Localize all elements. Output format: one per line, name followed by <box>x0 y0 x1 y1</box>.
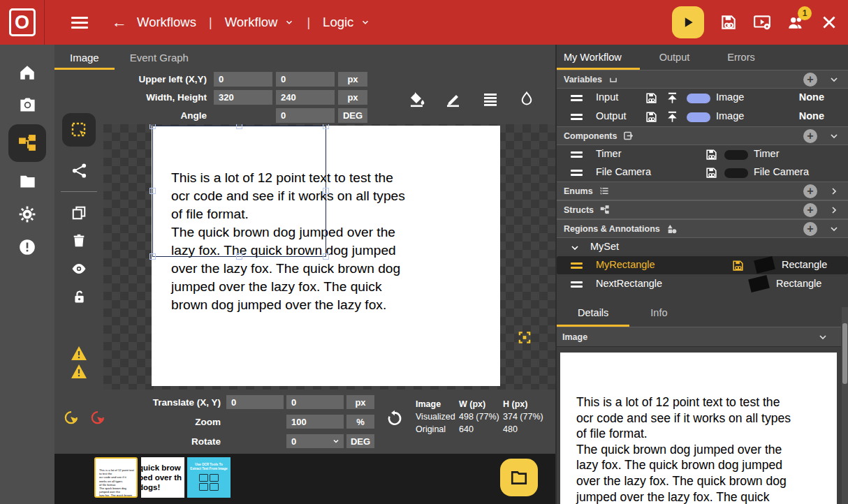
display-settings-button[interactable] <box>753 13 771 31</box>
save-link-icon[interactable] <box>705 148 718 161</box>
save-link-icon[interactable] <box>731 259 745 272</box>
run-button[interactable] <box>672 6 704 38</box>
thumbnail-1[interactable]: This is a lot of 12 point text to test t… <box>94 457 138 498</box>
section-enums[interactable]: Enums + <box>557 181 848 200</box>
delete-tool[interactable] <box>63 227 95 255</box>
snap-click-tool click-icon[interactable] <box>63 409 80 426</box>
fit-view-icon[interactable] <box>518 331 532 344</box>
sidebar-item-settings[interactable] <box>8 198 46 230</box>
chevron-down-icon[interactable] <box>828 74 840 85</box>
visibility-tool[interactable] <box>63 255 95 283</box>
chevron-right-icon[interactable] <box>828 186 840 197</box>
drag-handle-icon[interactable] <box>571 262 583 271</box>
selection-handle[interactable] <box>236 253 242 260</box>
lines-icon[interactable] <box>482 91 499 108</box>
tab-image[interactable]: Image <box>54 45 115 70</box>
section-components[interactable]: Components + <box>557 126 848 145</box>
drag-handle-icon[interactable] <box>571 114 583 122</box>
region-row-nextrectangle[interactable]: NextRectangle Rectangle <box>557 275 848 294</box>
section-structs[interactable]: Structs + <box>557 200 848 219</box>
tab-errors[interactable]: Errors <box>720 45 773 70</box>
selection-box[interactable] <box>152 126 326 257</box>
add-struct-button plus-icon[interactable]: + <box>803 203 817 217</box>
section-regions[interactable]: Regions & Annotations + <box>557 219 848 238</box>
chevron-down-icon[interactable] <box>284 17 294 27</box>
open-folder-button[interactable] <box>500 459 538 496</box>
fill-bucket-icon[interactable] <box>409 91 426 108</box>
add-enum-button plus-icon[interactable]: + <box>803 184 817 198</box>
variable-row-input[interactable]: Input Image None <box>557 89 848 108</box>
drag-handle-icon[interactable] <box>571 170 583 178</box>
tab-event-graph[interactable]: Event Graph <box>115 45 204 70</box>
save-link-icon[interactable] <box>645 110 658 124</box>
upper-left-y-input[interactable]: 0 <box>276 72 335 87</box>
thumbnail-3[interactable]: Use OCR Tools To Extract Text From Image <box>187 457 231 498</box>
sidebar-item-home[interactable] <box>8 56 46 89</box>
height-input[interactable]: 240 <box>276 90 335 105</box>
chevron-down-icon[interactable] <box>828 131 840 142</box>
thumbnail-2[interactable]: quick brow ped over th dogs! <box>141 457 184 498</box>
chevron-down-icon[interactable] <box>569 242 580 253</box>
duplicate-tool[interactable] <box>63 199 95 227</box>
rotate-select[interactable]: 0 <box>286 434 344 448</box>
translate-x-input[interactable]: 0 <box>226 395 284 409</box>
pencil-icon[interactable] <box>446 91 462 108</box>
upper-left-x-input[interactable]: 0 <box>214 72 272 87</box>
breadcrumb-workflows[interactable]: Workflows <box>137 15 196 30</box>
component-row-file-camera[interactable]: File Camera File Camera <box>557 163 848 182</box>
app-logo[interactable]: O <box>0 0 45 45</box>
collaborators-button[interactable]: 1 <box>787 13 805 31</box>
chevron-down-icon[interactable] <box>360 17 370 27</box>
details-image-section[interactable]: Image <box>557 327 841 347</box>
chevron-down-icon[interactable] <box>828 223 840 235</box>
record-click-tool click-icon[interactable] <box>89 409 106 426</box>
section-variables[interactable]: Variables + <box>557 70 848 89</box>
drag-handle-icon[interactable] <box>571 281 583 290</box>
region-row-myrectangle[interactable]: MyRectangle Rectangle <box>557 256 848 274</box>
sidebar-item-files[interactable] <box>8 165 46 198</box>
selection-handle[interactable] <box>149 253 156 260</box>
tab-info[interactable]: Info <box>629 299 688 327</box>
save-link-icon[interactable] <box>645 91 658 105</box>
drag-handle-icon[interactable] <box>571 95 583 103</box>
exit-editor-button[interactable] <box>820 13 838 31</box>
menu-button hamburger-icon[interactable] <box>71 14 88 31</box>
sidebar-item-workflows[interactable] <box>8 124 46 162</box>
scrollbar-thumb[interactable] <box>842 323 847 384</box>
details-scrollbar[interactable] <box>842 307 848 504</box>
save-link-icon[interactable] <box>705 166 718 179</box>
component-row-timer[interactable]: Timer Timer <box>557 145 848 164</box>
logic-dropdown-label[interactable]: Logic <box>323 15 353 30</box>
lock-tool[interactable] <box>63 283 95 311</box>
reset-view-icon[interactable] <box>386 409 404 427</box>
add-component-button plus-icon[interactable]: + <box>803 129 817 143</box>
selection-handle[interactable] <box>149 124 156 129</box>
selection-handle[interactable] <box>323 188 329 194</box>
variable-row-output[interactable]: Output Image None <box>557 108 848 126</box>
selection-handle[interactable] <box>323 253 329 260</box>
sidebar-item-alerts[interactable] <box>8 230 46 263</box>
selection-handle[interactable] <box>149 188 156 194</box>
zoom-input[interactable]: 100 <box>286 415 344 429</box>
add-region-button plus-icon[interactable]: + <box>803 222 817 236</box>
workflow-dropdown-label[interactable]: Workflow <box>225 15 278 30</box>
warning-indicator-1[interactable] <box>63 344 95 362</box>
tab-my-workflow[interactable]: My Workflow <box>557 45 640 70</box>
node-link-tool[interactable] <box>63 156 95 184</box>
sidebar-item-camera[interactable] <box>8 89 46 121</box>
chevron-down-icon[interactable] <box>817 332 828 343</box>
selection-handle[interactable] <box>323 124 329 129</box>
add-variable-button plus-icon[interactable]: + <box>803 73 817 87</box>
save-link-button[interactable] <box>719 13 738 31</box>
canvas-viewport[interactable]: This is a lot of 12 point text to test t… <box>103 124 555 390</box>
region-set-row[interactable]: MySet <box>557 238 848 257</box>
angle-input[interactable]: 0 <box>276 108 335 123</box>
chevron-right-icon[interactable] <box>828 205 840 216</box>
canvas-image[interactable]: This is a lot of 12 point text to test t… <box>152 126 500 386</box>
tab-details[interactable]: Details <box>557 299 629 327</box>
marquee-select-tool[interactable] <box>62 113 96 147</box>
width-input[interactable]: 320 <box>214 90 272 105</box>
droplet-icon[interactable] <box>518 91 535 108</box>
drag-handle-icon[interactable] <box>571 151 583 160</box>
selection-handle[interactable] <box>236 124 242 129</box>
